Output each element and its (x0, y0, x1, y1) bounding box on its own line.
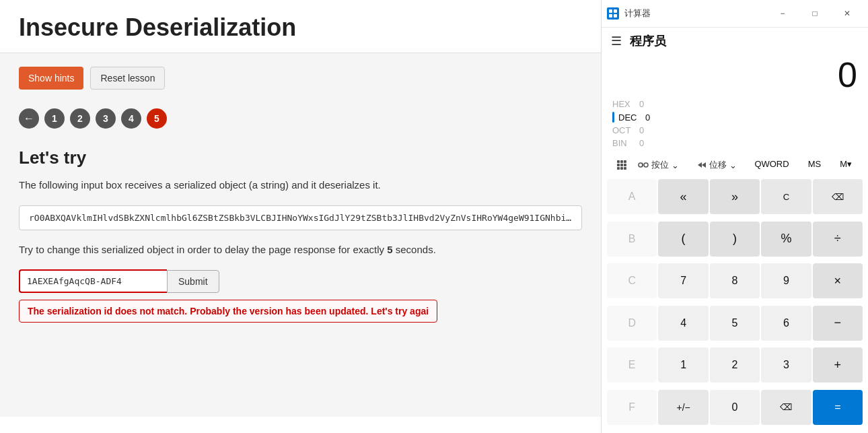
oct-row[interactable]: OCT 0 (612, 124, 857, 137)
step-2[interactable]: 2 (70, 108, 90, 129)
description-text: The following input box receives a seria… (19, 178, 582, 193)
ms-btn[interactable]: MS (801, 156, 828, 174)
qword-btn[interactable]: QWORD (748, 156, 795, 174)
btn-4[interactable]: 4 (658, 306, 708, 341)
bin-label: BIN (612, 138, 639, 148)
step-5[interactable]: 5 (147, 108, 167, 129)
btn-negate[interactable]: +/− (658, 390, 708, 425)
hex-value: 0 (639, 99, 644, 109)
btn-backspace[interactable]: ⌫ (813, 179, 863, 214)
svg-rect-1 (614, 9, 617, 13)
lesson-body: Show hints Reset lesson ← 1 2 3 4 5 Let'… (0, 53, 601, 417)
btn-subtract[interactable]: − (813, 306, 863, 341)
instruction-text: Try to change this serialized object in … (19, 242, 582, 258)
dec-value: 0 (645, 112, 650, 123)
show-hints-button[interactable]: Show hints (19, 67, 83, 90)
btn-add[interactable]: + (813, 347, 863, 382)
btn-A[interactable]: A (607, 179, 657, 214)
btn-lshift[interactable]: « (658, 179, 708, 214)
section-heading: Let's try (19, 147, 582, 168)
btn-0[interactable]: 0 (710, 390, 760, 425)
bitshift-label: 位移 (709, 159, 727, 171)
calc-mode-title: 程序员 (630, 33, 666, 49)
btn-clear[interactable]: C (761, 179, 811, 214)
mv-btn[interactable]: M▾ (833, 156, 859, 174)
btn-1[interactable]: 1 (658, 347, 708, 382)
step-1[interactable]: 1 (44, 108, 65, 129)
btn-B[interactable]: B (607, 222, 657, 257)
calc-mode-header: ☰ 程序员 (602, 28, 868, 55)
bitshift-chevron: ⌄ (729, 160, 737, 170)
error-message: The serialization id does not match. Pro… (19, 300, 437, 323)
calc-toolbar-right: 位移 ⌄ QWORD MS M▾ (690, 156, 859, 174)
btn-del[interactable]: ⌫ (761, 390, 811, 425)
calc-title-text: 计算器 (624, 7, 767, 20)
btn-rshift[interactable]: » (710, 179, 760, 214)
btn-divide[interactable]: ÷ (813, 222, 863, 257)
btn-9[interactable]: 9 (761, 263, 811, 298)
bitshift-btn[interactable]: 位移 ⌄ (690, 156, 742, 174)
svg-rect-8 (620, 164, 623, 166)
reset-lesson-button[interactable]: Reset lesson (90, 67, 165, 90)
calculator-panel: 计算器 − □ ✕ ☰ 程序员 0 HEX 0 DEC 0 OCT 0 (601, 0, 868, 433)
btn-E[interactable]: E (607, 347, 657, 382)
calc-toolbar: 按位 ⌄ 位移 ⌄ QWORD MS M▾ (602, 154, 868, 176)
step-3[interactable]: 3 (96, 108, 116, 129)
calc-button-grid: A « » C ⌫ B ( ) % ÷ C 7 8 9 × D 4 5 6 − … (602, 176, 868, 433)
button-row: Show hints Reset lesson (19, 67, 582, 90)
hamburger-icon[interactable]: ☰ (611, 34, 622, 48)
window-buttons: − □ ✕ (767, 4, 863, 23)
btn-2[interactable]: 2 (710, 347, 760, 382)
serialized-value: rO0ABXQAVklmIHlvdSBkZXNlcmlhbGl6ZSBtZSBk… (19, 205, 582, 230)
btn-8[interactable]: 8 (710, 263, 760, 298)
bitwise-chevron: ⌄ (672, 160, 679, 170)
bitwise-label: 按位 (651, 159, 669, 171)
btn-lparen[interactable]: ( (658, 222, 708, 257)
svg-point-14 (644, 163, 648, 167)
maximize-button[interactable]: □ (799, 4, 830, 23)
svg-rect-5 (620, 160, 623, 163)
svg-rect-12 (624, 167, 626, 170)
num-pad-btn[interactable] (611, 157, 632, 173)
svg-rect-6 (624, 160, 626, 163)
dec-row[interactable]: DEC 0 (612, 110, 857, 124)
serialized-input[interactable] (19, 269, 167, 293)
step-back-button[interactable]: ← (19, 108, 39, 129)
close-button[interactable]: ✕ (832, 4, 863, 23)
svg-rect-3 (614, 14, 617, 18)
calc-app-icon (607, 7, 619, 20)
calc-display: 0 (602, 55, 868, 98)
btn-multiply[interactable]: × (813, 263, 863, 298)
btn-rparen[interactable]: ) (710, 222, 760, 257)
lesson-panel: Insecure Deserialization Show hints Rese… (0, 0, 601, 433)
input-row: Submit (19, 269, 582, 293)
step-4[interactable]: 4 (121, 108, 141, 129)
hex-row[interactable]: HEX 0 (612, 98, 857, 110)
step-navigation: ← 1 2 3 4 5 (19, 108, 582, 129)
bitwise-btn[interactable]: 按位 ⌄ (632, 156, 684, 174)
dec-label: DEC (618, 112, 645, 123)
dec-indicator (612, 112, 614, 123)
btn-5[interactable]: 5 (710, 306, 760, 341)
oct-value: 0 (639, 125, 644, 135)
btn-equals[interactable]: = (813, 390, 863, 425)
btn-C[interactable]: C (607, 263, 657, 298)
calc-base-display: HEX 0 DEC 0 OCT 0 BIN 0 (602, 98, 868, 154)
svg-rect-0 (609, 9, 612, 13)
calc-titlebar: 计算器 − □ ✕ (602, 0, 868, 28)
svg-rect-7 (617, 164, 620, 166)
submit-button[interactable]: Submit (167, 270, 219, 293)
btn-percent[interactable]: % (761, 222, 811, 257)
oct-label: OCT (612, 125, 639, 135)
svg-rect-2 (609, 14, 612, 18)
btn-6[interactable]: 6 (761, 306, 811, 341)
btn-7[interactable]: 7 (658, 263, 708, 298)
hex-label: HEX (612, 99, 639, 109)
minimize-button[interactable]: − (767, 4, 798, 23)
svg-rect-9 (624, 164, 626, 166)
svg-rect-11 (620, 167, 623, 170)
bin-row[interactable]: BIN 0 (612, 137, 857, 149)
btn-F[interactable]: F (607, 390, 657, 425)
btn-3[interactable]: 3 (761, 347, 811, 382)
btn-D[interactable]: D (607, 306, 657, 341)
